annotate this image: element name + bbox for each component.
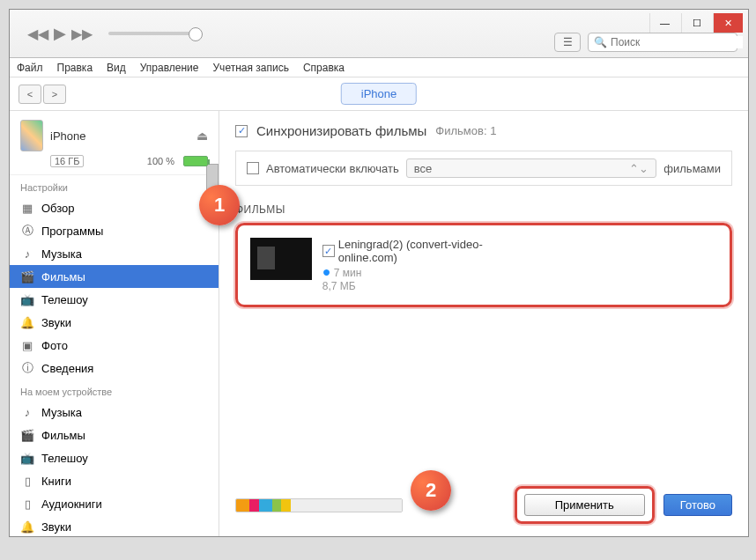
tv-icon: 📺 (20, 451, 34, 465)
overview-icon: ▦ (20, 201, 34, 215)
bell-icon: 🔔 (20, 519, 34, 534)
menu-edit[interactable]: Правка (57, 62, 93, 74)
apply-highlight-box: Применить (515, 486, 655, 524)
sidebar-item-overview[interactable]: ▦Обзор (10, 196, 219, 219)
device-pill[interactable]: iPhone (341, 83, 417, 105)
minimize-button[interactable]: — (649, 13, 679, 33)
sidebar-item-label: Звуки (41, 316, 71, 329)
movie-title: Leningrad(2) (convert-video-online.com) (338, 238, 541, 264)
device-thumbnail (20, 120, 43, 151)
sidebar-section-settings: Настройки (10, 175, 219, 196)
movie-checkbox[interactable] (322, 245, 335, 257)
device-name: iPhone (50, 129, 189, 143)
chevron-updown-icon: ⌃⌄ (629, 162, 649, 175)
sidebar-item-tv[interactable]: 📺Телешоу (10, 288, 219, 311)
search-field[interactable]: 🔍 (588, 33, 737, 52)
sidebar-item-movies[interactable]: 🎬Фильмы (10, 265, 219, 288)
sidebar: iPhone ⏏ 16 ГБ 100 % Настройки ▦Обзор ⒶП… (10, 111, 219, 536)
photo-icon: ▣ (20, 338, 34, 352)
sidebar-section-ondevice: На моем устройстве (10, 379, 219, 401)
apps-icon: Ⓐ (20, 224, 34, 238)
sidebar-item-label: Сведения (41, 362, 93, 375)
sidebar-item-label: Телешоу (41, 452, 88, 465)
sidebar-item-music[interactable]: ♪Музыка (10, 242, 219, 265)
auto-suffix: фильмами (663, 162, 721, 175)
sidebar-dev-audiobooks[interactable]: ▯Аудиокниги (10, 492, 219, 515)
auto-include-label: Автоматически включать (266, 162, 399, 175)
menu-view[interactable]: Вид (107, 62, 126, 74)
movie-highlight-box: Leningrad(2) (convert-video-online.com) … (235, 223, 732, 307)
sidebar-dev-tv[interactable]: 📺Телешоу (10, 446, 219, 469)
nav-back-button[interactable]: < (19, 85, 41, 104)
sidebar-item-label: Аудиокниги (41, 497, 102, 511)
auto-include-select[interactable]: все ⌃⌄ (406, 158, 657, 178)
device-storage: 16 ГБ (50, 155, 84, 167)
menu-controls[interactable]: Управление (140, 62, 199, 74)
movies-icon: 🎬 (20, 428, 34, 442)
sidebar-item-label: Фильмы (41, 429, 85, 442)
sidebar-dev-sounds[interactable]: 🔔Звуки (10, 515, 219, 536)
prev-track-icon[interactable]: ◀◀ (27, 26, 48, 42)
sidebar-item-info[interactable]: ⓘСведения (10, 357, 219, 379)
battery-icon (183, 156, 208, 166)
titlebar: ◀◀ ▶ ▶▶ ☰ 🔍 — ☐ ✕ (10, 10, 748, 58)
menubar: Файл Правка Вид Управление Учетная запис… (10, 58, 748, 77)
sidebar-item-label: Телешоу (41, 293, 88, 306)
search-icon: 🔍 (594, 36, 607, 48)
list-view-button[interactable]: ☰ (554, 33, 581, 52)
movie-duration: 7 мин (334, 267, 362, 279)
battery-percent: 100 % (147, 156, 174, 166)
music-icon: ♪ (20, 405, 34, 419)
tv-icon: 📺 (20, 292, 34, 306)
movie-count: Фильмов: 1 (435, 124, 496, 137)
sidebar-item-label: Программы (41, 225, 103, 238)
movie-item[interactable]: Leningrad(2) (convert-video-online.com) … (250, 238, 541, 292)
device-header: iPhone ⏏ 16 ГБ 100 % (10, 111, 219, 175)
close-button[interactable]: ✕ (713, 13, 743, 33)
movie-size: 8,7 МБ (322, 280, 541, 292)
sidebar-dev-music[interactable]: ♪Музыка (10, 401, 219, 424)
apply-button[interactable]: Применить (524, 494, 645, 516)
unwatched-dot-icon: ● (322, 264, 331, 279)
menu-file[interactable]: Файл (17, 62, 43, 74)
callout-badge-1: 1 (199, 185, 240, 225)
maximize-button[interactable]: ☐ (681, 13, 711, 33)
volume-slider[interactable] (108, 32, 196, 35)
sidebar-dev-movies[interactable]: 🎬Фильмы (10, 424, 219, 446)
sidebar-item-label: Книги (41, 475, 71, 488)
sidebar-item-label: Фильмы (41, 270, 85, 284)
sidebar-dev-books[interactable]: ▯Книги (10, 469, 219, 492)
done-button[interactable]: Готово (663, 494, 732, 516)
auto-select-value: все (414, 162, 433, 175)
movie-thumbnail (250, 238, 312, 280)
book-icon: ▯ (20, 474, 34, 488)
nav-forward-button[interactable]: > (43, 85, 66, 104)
movies-section-title: Фильмы (235, 203, 732, 216)
search-input[interactable] (611, 36, 743, 48)
next-track-icon[interactable]: ▶▶ (71, 26, 93, 42)
audiobook-icon: ▯ (20, 497, 34, 511)
sync-movies-checkbox[interactable] (235, 125, 248, 137)
sidebar-item-photos[interactable]: ▣Фото (10, 334, 219, 357)
menu-account[interactable]: Учетная запись (213, 62, 289, 74)
info-icon: ⓘ (20, 361, 34, 375)
movies-icon: 🎬 (20, 269, 34, 284)
bell-icon: 🔔 (20, 315, 34, 329)
footer: Применить Готово (219, 477, 748, 536)
main-panel: Синхронизировать фильмы Фильмов: 1 Автом… (219, 111, 748, 536)
sync-movies-label: Синхронизировать фильмы (256, 123, 426, 138)
eject-icon[interactable]: ⏏ (196, 129, 208, 143)
auto-include-checkbox[interactable] (247, 162, 259, 174)
sidebar-item-label: Фото (41, 339, 68, 352)
sidebar-item-label: Музыка (41, 406, 82, 419)
sidebar-item-label: Музыка (41, 247, 82, 261)
play-icon[interactable]: ▶ (54, 24, 66, 43)
sidebar-item-apps[interactable]: ⒶПрограммы (10, 219, 219, 242)
storage-usage-bar (235, 498, 403, 512)
menu-help[interactable]: Справка (303, 62, 345, 74)
sidebar-item-label: Обзор (41, 202, 75, 215)
sidebar-item-label: Звуки (41, 520, 71, 534)
callout-badge-2: 2 (411, 470, 451, 511)
nav-toolbar: < > iPhone (10, 77, 748, 111)
sidebar-item-sounds[interactable]: 🔔Звуки (10, 311, 219, 334)
